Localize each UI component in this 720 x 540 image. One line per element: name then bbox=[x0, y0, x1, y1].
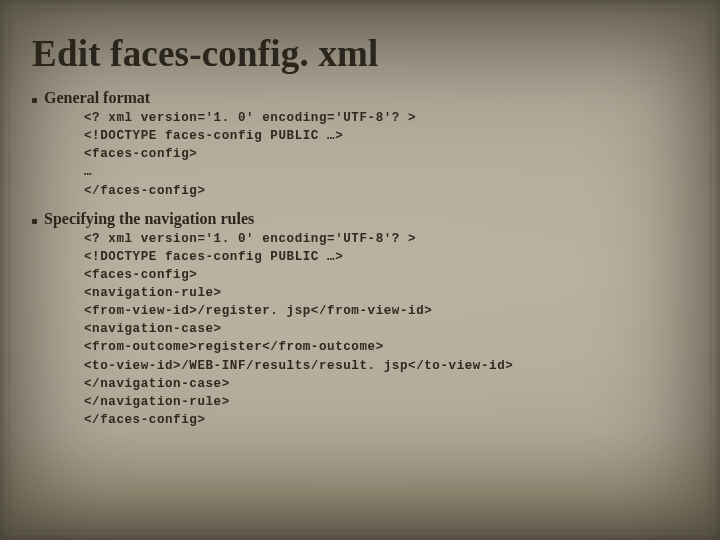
bullet-icon bbox=[32, 219, 37, 224]
code-line: <faces-config> bbox=[84, 266, 690, 284]
code-line: <? xml version='1. 0' encoding='UTF-8'? … bbox=[84, 109, 690, 127]
bullet-row-navigation-rules: Specifying the navigation rules bbox=[32, 210, 690, 228]
code-line: <to-view-id>/WEB-INF/results/result. jsp… bbox=[84, 357, 690, 375]
bullet-icon bbox=[32, 98, 37, 103]
slide: Edit faces-config. xml General format <?… bbox=[0, 0, 720, 429]
code-line: <navigation-rule> bbox=[84, 284, 690, 302]
code-line: </navigation-case> bbox=[84, 375, 690, 393]
code-line: <from-view-id>/register. jsp</from-view-… bbox=[84, 302, 690, 320]
code-line: </faces-config> bbox=[84, 411, 690, 429]
code-line: <!DOCTYPE faces-config PUBLIC …> bbox=[84, 248, 690, 266]
code-line: <!DOCTYPE faces-config PUBLIC …> bbox=[84, 127, 690, 145]
code-line: <? xml version='1. 0' encoding='UTF-8'? … bbox=[84, 230, 690, 248]
code-block-navigation-rules: <? xml version='1. 0' encoding='UTF-8'? … bbox=[84, 230, 690, 429]
code-line: <faces-config> bbox=[84, 145, 690, 163]
bullet-heading: General format bbox=[44, 89, 150, 107]
bullet-row-general-format: General format bbox=[32, 89, 690, 107]
page-title: Edit faces-config. xml bbox=[32, 32, 690, 75]
code-line: </faces-config> bbox=[84, 182, 690, 200]
code-line: </navigation-rule> bbox=[84, 393, 690, 411]
code-line: <from-outcome>register</from-outcome> bbox=[84, 338, 690, 356]
code-block-general-format: <? xml version='1. 0' encoding='UTF-8'? … bbox=[84, 109, 690, 200]
code-line: … bbox=[84, 163, 690, 181]
bullet-heading: Specifying the navigation rules bbox=[44, 210, 254, 228]
code-line: <navigation-case> bbox=[84, 320, 690, 338]
